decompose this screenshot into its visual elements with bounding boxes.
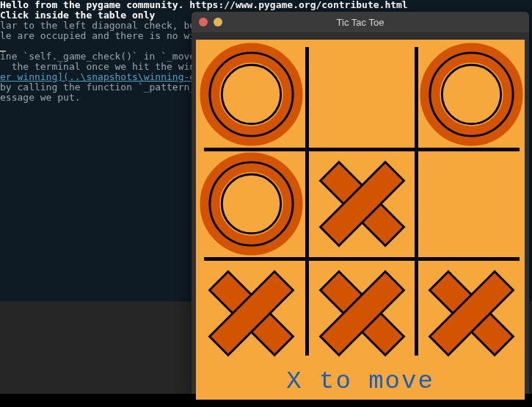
close-icon[interactable]: [199, 18, 208, 26]
terminal-line: Hello from the pygame community. https:/…: [0, 0, 532, 10]
cell-0-0[interactable]: [197, 40, 306, 149]
status-text: X to move: [196, 367, 525, 395]
minimize-icon[interactable]: [214, 18, 222, 26]
cell-1-0[interactable]: [197, 149, 306, 259]
window-title: Tic Tac Toe: [192, 17, 529, 28]
titlebar[interactable]: Tic Tac Toe: [192, 12, 529, 32]
cell-1-2[interactable]: [417, 149, 526, 259]
cell-2-0[interactable]: [197, 259, 306, 368]
cell-2-2[interactable]: [417, 259, 526, 368]
cell-2-1[interactable]: [307, 259, 417, 368]
svg-point-8: [222, 174, 280, 233]
cell-0-1[interactable]: [307, 40, 417, 149]
svg-point-2: [222, 65, 280, 123]
svg-point-5: [442, 65, 500, 123]
game-window: Tic Tac Toe X to move: [192, 12, 529, 394]
game-canvas: X to move: [196, 40, 525, 400]
cell-0-2[interactable]: [417, 40, 526, 149]
desktop: Hello from the pygame community. https:/…: [0, 0, 532, 407]
cell-1-1[interactable]: [307, 149, 417, 259]
